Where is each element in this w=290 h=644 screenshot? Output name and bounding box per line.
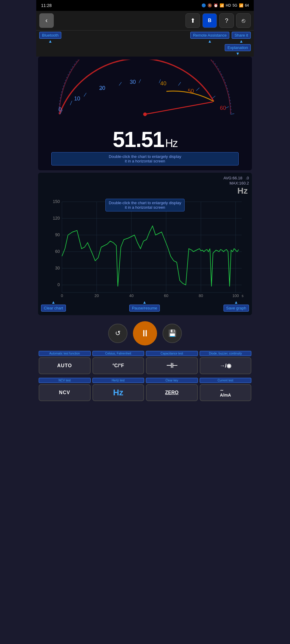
remote-assistance-button[interactable]: ⬆ (185, 13, 200, 28)
svg-text:30: 30 (130, 79, 136, 85)
chart-section[interactable]: AVG:66.18 .0 MAX:160.2 Hz Double-click t… (38, 173, 252, 315)
shareit-annotation: Share it (232, 32, 251, 39)
clearkey-button[interactable]: ZERO (146, 384, 198, 401)
frequency-reading: 51.51Hz (41, 129, 249, 150)
auto-badge: Automatic test function (39, 351, 91, 356)
svg-text:20: 20 (99, 85, 105, 91)
save-graph-annotation: Save graph (224, 305, 249, 312)
share-icon: ⎋ (242, 17, 245, 24)
chart-stats: AVG:66.18 .0 (41, 176, 249, 180)
gauge-hint: Double-click the chart to enlargely disp… (51, 152, 238, 165)
back-button[interactable]: ‹ (39, 13, 54, 28)
history-icon: ↺ (115, 329, 121, 337)
wifi-icon: 📶 (220, 3, 224, 8)
mute-icon: 🔕 (208, 3, 212, 8)
svg-line-17 (178, 82, 181, 86)
help-icon: ? (225, 17, 228, 24)
ncv-button[interactable]: NCV (39, 384, 91, 401)
chart-hint: Double-click the chart to enlargely disp… (105, 199, 185, 211)
diode-badge: Diode, buzzer, continuity (200, 351, 252, 356)
svg-text:s: s (242, 294, 243, 298)
pause-icon: ⏸ (140, 328, 150, 338)
svg-line-18 (196, 88, 199, 91)
clearkey-function-wrapper: Clear key ZERO (146, 378, 198, 401)
pause-resume-annotation: Pause/resume (129, 305, 160, 312)
save-icon: 💾 (168, 329, 176, 337)
svg-text:80: 80 (199, 293, 203, 298)
gauge-section[interactable]: 0 10 20 30 40 50 60 (38, 57, 252, 170)
bluetooth-icon: B (208, 18, 211, 23)
function-buttons-row2: NCV test NCV Hertz test Hz Clear key ZER… (36, 376, 254, 403)
svg-text:0: 0 (57, 282, 60, 287)
svg-line-14 (119, 82, 121, 86)
svg-text:10: 10 (74, 96, 80, 102)
svg-text:30: 30 (55, 266, 60, 270)
avg-stat: AVG:66.18 (224, 176, 243, 180)
svg-text:0: 0 (59, 106, 62, 113)
svg-text:100: 100 (232, 293, 239, 298)
svg-line-15 (139, 79, 141, 83)
ncv-function-wrapper: NCV test NCV (39, 378, 91, 401)
svg-text:40: 40 (129, 293, 134, 298)
battery-icon: 64 (245, 3, 249, 8)
hertz-function-wrapper: Hertz test Hz (92, 378, 144, 401)
chart-wrapper[interactable]: Double-click the chart to enlargely disp… (41, 196, 249, 299)
bluetooth-annotation: Bluetooth (39, 32, 61, 39)
current-button[interactable]: ∼A/mA (200, 384, 252, 401)
toolbar: ‹ ⬆ B ? ⎋ (36, 11, 254, 31)
svg-text:40: 40 (160, 80, 166, 87)
status-icons: 🔵 🔕 ⏰ 📶 HD 5G 📶 64 (201, 3, 249, 8)
signal-icon: 📶 (239, 3, 243, 8)
svg-line-12 (84, 93, 86, 96)
hertz-badge: Hertz test (92, 378, 144, 383)
help-button[interactable]: ? (219, 13, 234, 28)
capacitance-badge: Capacitance test (146, 351, 198, 356)
svg-line-8 (145, 102, 212, 114)
celsius-badge: Celsius, Fahrenheit (92, 351, 144, 356)
celsius-function-wrapper: Celsius, Fahrenheit °C/°F (92, 351, 144, 374)
svg-text:0: 0 (61, 293, 63, 298)
svg-text:150: 150 (53, 199, 60, 204)
status-time: 11:28 (41, 3, 52, 8)
max-stat: MAX:160.2 (230, 181, 249, 185)
ncv-badge: NCV test (39, 378, 91, 383)
share-button[interactable]: ⎋ (236, 13, 251, 28)
hertz-button[interactable]: Hz (92, 384, 144, 401)
chart-max-stat: MAX:160.2 (41, 181, 249, 185)
svg-text:50: 50 (188, 88, 194, 94)
diode-button[interactable]: →/◉ (200, 357, 252, 374)
svg-text:20: 20 (95, 293, 99, 298)
capacitance-button[interactable]: ⊣⊢ (146, 357, 198, 374)
svg-point-9 (143, 113, 147, 116)
svg-text:120: 120 (53, 216, 60, 221)
5g-badge: 5G (233, 3, 237, 8)
explanation-annotation: Explanation (225, 44, 251, 51)
celsius-button[interactable]: °C/°F (92, 357, 144, 374)
svg-text:60: 60 (164, 293, 168, 298)
min-stat: .0 (246, 176, 249, 180)
current-function-wrapper: Current test ∼A/mA (200, 378, 252, 401)
diode-function-wrapper: Diode, buzzer, continuity →/◉ (200, 351, 252, 374)
current-badge: Current test (200, 378, 252, 383)
reading-unit: Hz (165, 137, 177, 149)
auto-button[interactable]: AUTO (39, 357, 91, 374)
pause-resume-button[interactable]: ⏸ (133, 321, 157, 345)
svg-text:60: 60 (220, 105, 226, 111)
chart-hz-label: Hz (41, 186, 249, 196)
svg-text:60: 60 (55, 249, 60, 254)
svg-line-21 (230, 114, 234, 114)
bluetooth-button[interactable]: B (202, 13, 217, 28)
bluetooth-status-icon: 🔵 (201, 3, 206, 8)
function-buttons-row1: Automatic test function AUTO Celsius, Fa… (36, 349, 254, 376)
svg-line-19 (212, 96, 215, 98)
back-icon: ‹ (45, 17, 47, 25)
reading-value: 51.51 (113, 127, 164, 152)
auto-function-wrapper: Automatic test function AUTO (39, 351, 91, 374)
save-button[interactable]: 💾 (163, 324, 182, 343)
history-button[interactable]: ↺ (108, 324, 127, 343)
gauge-svg: 0 10 20 30 40 50 60 (41, 60, 249, 126)
capacitance-function-wrapper: Capacitance test ⊣⊢ (146, 351, 198, 374)
status-bar: 11:28 🔵 🔕 ⏰ 📶 HD 5G 📶 64 (36, 0, 254, 11)
alarm-icon: ⏰ (214, 3, 218, 8)
gauge-display[interactable]: 0 10 20 30 40 50 60 (41, 60, 249, 127)
